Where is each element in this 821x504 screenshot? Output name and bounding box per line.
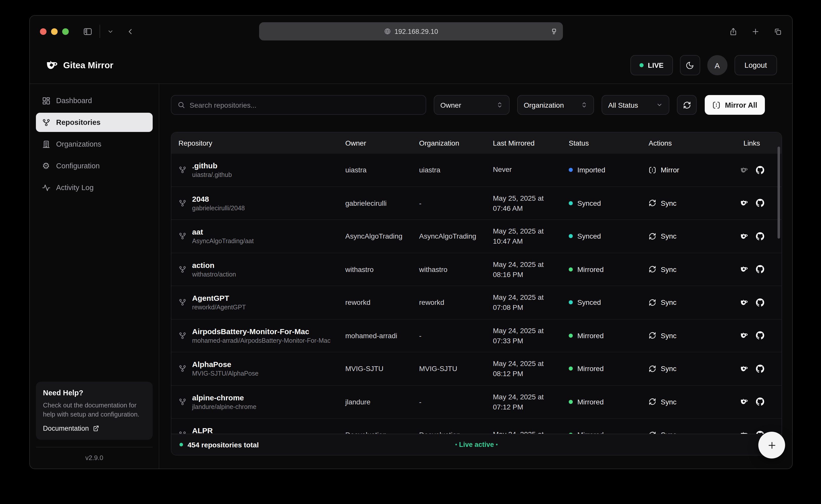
repositories-table: Repository Owner Organization Last Mirro… bbox=[171, 132, 782, 455]
sync-icon bbox=[649, 199, 656, 207]
table-row[interactable]: AirpodsBattery-Monitor-For-Mac mohamed-a… bbox=[171, 319, 782, 352]
sidebar-item-organizations[interactable]: Organizations bbox=[36, 134, 153, 154]
app-version: v2.9.0 bbox=[36, 447, 153, 469]
mirror-all-button[interactable]: Mirror All bbox=[705, 95, 765, 115]
documentation-link[interactable]: Documentation bbox=[43, 425, 146, 432]
new-tab-icon[interactable] bbox=[751, 27, 760, 36]
share-icon[interactable] bbox=[729, 27, 738, 36]
gitea-link-icon[interactable] bbox=[739, 398, 748, 406]
repo-name[interactable]: AirpodsBattery-Monitor-For-Mac bbox=[192, 327, 330, 336]
repo-name[interactable]: AgentGPT bbox=[192, 294, 246, 303]
table-scrollbar[interactable] bbox=[778, 147, 780, 239]
gitea-link-icon[interactable] bbox=[739, 331, 748, 340]
status-dot bbox=[569, 267, 573, 271]
table-body: .github uiastra/.github uiastra uiastra … bbox=[171, 154, 782, 455]
repo-name[interactable]: action bbox=[192, 261, 236, 269]
row-action-button[interactable]: Mirror bbox=[649, 166, 731, 174]
repository-cell[interactable]: AgentGPT reworkd/AgentGPT bbox=[178, 294, 345, 311]
gitea-link-icon[interactable] bbox=[739, 265, 748, 274]
github-link-icon[interactable] bbox=[756, 364, 764, 373]
action-label: Sync bbox=[661, 299, 676, 307]
repo-name[interactable]: aat bbox=[192, 228, 254, 236]
gitea-link-icon[interactable] bbox=[739, 298, 748, 307]
help-body: Check out the documentation for help wit… bbox=[43, 401, 146, 420]
action-label: Sync bbox=[661, 265, 676, 273]
sync-icon bbox=[649, 299, 656, 306]
status-label: Synced bbox=[577, 299, 601, 307]
moon-icon bbox=[686, 61, 694, 70]
github-link-icon[interactable] bbox=[756, 398, 764, 406]
status-select[interactable]: All Status bbox=[602, 95, 669, 115]
column-status: Status bbox=[569, 139, 649, 147]
github-link-icon[interactable] bbox=[756, 265, 764, 274]
external-link-icon bbox=[93, 425, 99, 432]
search-input[interactable]: Search repositories... bbox=[171, 95, 426, 115]
git-fork-icon bbox=[178, 232, 187, 240]
repository-cell[interactable]: AlphaPose MVIG-SJTU/AlphaPose bbox=[178, 360, 345, 377]
table-row[interactable]: AgentGPT reworkd/AgentGPT reworkd rework… bbox=[171, 286, 782, 319]
last-mirrored-cell: May 24, 2025 at 07:08 PM bbox=[493, 293, 569, 312]
repo-name[interactable]: .github bbox=[192, 162, 232, 170]
theme-toggle-button[interactable] bbox=[680, 55, 700, 75]
status-cell: Mirrored bbox=[569, 365, 649, 373]
repo-name[interactable]: alpine-chrome bbox=[192, 393, 256, 402]
logout-button[interactable]: Logout bbox=[734, 55, 777, 75]
row-action-button[interactable]: Sync bbox=[649, 299, 731, 307]
table-row[interactable]: action withastro/action withastro withas… bbox=[171, 253, 782, 286]
tab-overview-icon[interactable] bbox=[773, 27, 782, 36]
github-link-icon[interactable] bbox=[756, 166, 764, 174]
last-mirrored-cell: May 24, 2025 at 07:33 PM bbox=[493, 326, 569, 345]
repo-name[interactable]: 2048 bbox=[192, 195, 245, 203]
github-link-icon[interactable] bbox=[756, 232, 764, 241]
repository-cell[interactable]: action withastro/action bbox=[178, 261, 345, 278]
table-row[interactable]: 2048 gabrielecirulli/2048 gabrielecirull… bbox=[171, 187, 782, 220]
gitea-link-icon[interactable] bbox=[739, 199, 748, 208]
gitea-link-icon[interactable] bbox=[739, 166, 748, 174]
sidebar-toggle-icon[interactable] bbox=[83, 27, 93, 36]
github-link-icon[interactable] bbox=[756, 199, 764, 208]
mirror-icon bbox=[712, 101, 720, 109]
repository-cell[interactable]: .github uiastra/.github bbox=[178, 162, 345, 179]
user-avatar[interactable]: A bbox=[707, 55, 727, 75]
refresh-button[interactable] bbox=[677, 95, 697, 115]
table-row[interactable]: alpine-chrome jlandure/alpine-chrome jla… bbox=[171, 385, 782, 419]
github-link-icon[interactable] bbox=[756, 298, 764, 307]
repo-name[interactable]: AlphaPose bbox=[192, 360, 259, 369]
owner-select[interactable]: Owner bbox=[434, 95, 510, 115]
gitea-link-icon[interactable] bbox=[739, 232, 748, 241]
table-row[interactable]: aat AsyncAlgoTrading/aat AsyncAlgoTradin… bbox=[171, 220, 782, 253]
add-repository-button[interactable] bbox=[758, 432, 785, 459]
row-action-button[interactable]: Sync bbox=[649, 398, 731, 406]
sidebar-item-dashboard[interactable]: Dashboard bbox=[36, 91, 153, 110]
close-window-button[interactable] bbox=[40, 28, 47, 35]
sync-icon bbox=[649, 233, 656, 240]
repository-cell[interactable]: 2048 gabrielecirulli/2048 bbox=[178, 195, 345, 212]
repository-cell[interactable]: aat AsyncAlgoTrading/aat bbox=[178, 228, 345, 245]
address-bar[interactable]: 192.168.29.10 bbox=[259, 22, 563, 40]
organization-select[interactable]: Organization bbox=[517, 95, 594, 115]
back-button[interactable] bbox=[126, 27, 134, 36]
zoom-window-button[interactable] bbox=[62, 28, 69, 35]
table-row[interactable]: .github uiastra/.github uiastra uiastra … bbox=[171, 154, 782, 187]
app-logo[interactable]: Gitea Mirror bbox=[45, 59, 113, 72]
table-row[interactable]: AlphaPose MVIG-SJTU/AlphaPose MVIG-SJTU … bbox=[171, 352, 782, 385]
row-action-button[interactable]: Sync bbox=[649, 332, 731, 340]
minimize-window-button[interactable] bbox=[51, 28, 58, 35]
sidebar-item-configuration[interactable]: ⚙ Configuration bbox=[36, 156, 153, 175]
organization-cell: AsyncAlgoTrading bbox=[419, 232, 493, 240]
row-action-button[interactable]: Sync bbox=[649, 265, 731, 273]
repository-cell[interactable]: alpine-chrome jlandure/alpine-chrome bbox=[178, 393, 345, 410]
sidebar-item-repositories[interactable]: Repositories bbox=[36, 113, 153, 132]
row-action-button[interactable]: Sync bbox=[649, 365, 731, 373]
sidebar-item-activity-log[interactable]: Activity Log bbox=[36, 178, 153, 197]
row-action-button[interactable]: Sync bbox=[649, 232, 731, 240]
gitea-link-icon[interactable] bbox=[739, 364, 748, 373]
owner-cell: mohamed-arradi bbox=[345, 332, 419, 340]
row-action-button[interactable]: Sync bbox=[649, 199, 731, 207]
repository-cell[interactable]: AirpodsBattery-Monitor-For-Mac mohamed-a… bbox=[178, 327, 345, 344]
github-link-icon[interactable] bbox=[756, 331, 764, 340]
tab-group-chevron-icon[interactable] bbox=[107, 28, 114, 35]
last-mirrored-cell: May 24, 2025 at 07:12 PM bbox=[493, 392, 569, 411]
status-cell: Synced bbox=[569, 199, 649, 207]
reader-view-icon[interactable] bbox=[550, 28, 558, 35]
